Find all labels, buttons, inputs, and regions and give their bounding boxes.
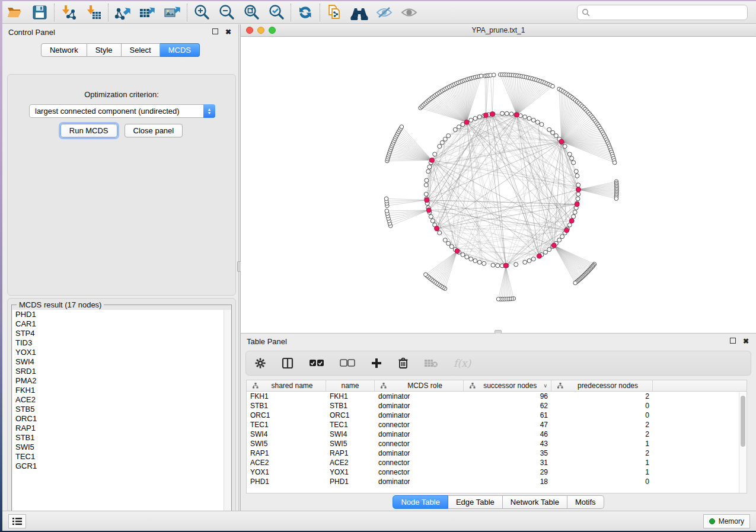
mcds-result-item[interactable]: TEC1 (12, 452, 231, 462)
mcds-result-item[interactable]: ORC1 (12, 414, 231, 424)
refresh-icon (296, 4, 314, 21)
mcds-result-item[interactable]: ACE2 (12, 395, 231, 405)
table-cell: RAP1 (326, 449, 375, 457)
tab-network[interactable]: Network (41, 43, 87, 57)
column-header-shared-name[interactable]: shared name (247, 380, 326, 391)
tab-mcds[interactable]: MCDS (160, 43, 200, 57)
mcds-result-item[interactable]: SWI5 (12, 443, 231, 452)
optimization-criterion-select[interactable]: largest connected component (undirected)… (29, 104, 215, 118)
copy-network-icon (326, 4, 343, 21)
save-session-button[interactable] (27, 2, 52, 23)
mcds-list-scrollbar[interactable] (224, 310, 231, 522)
float-panel-icon[interactable] (211, 28, 219, 36)
select-stepper-icon: ▲▼ (203, 104, 215, 118)
select-all-button[interactable] (309, 359, 324, 367)
table-row[interactable]: STB1STB1dominator620 (247, 401, 747, 411)
delete-column-button[interactable] (398, 357, 409, 369)
float-table-panel-icon[interactable] (729, 337, 737, 345)
mcds-result-item[interactable]: TID3 (12, 338, 231, 348)
tab-network-table[interactable]: Network Table (503, 495, 567, 509)
open-file-button[interactable] (2, 2, 27, 23)
column-header-label: predecessor nodes (566, 382, 650, 390)
table-row[interactable]: RAP1RAP1dominator352 (247, 448, 747, 458)
table-row[interactable]: PHD1PHD1dominator180 (247, 477, 747, 486)
mcds-result-item[interactable]: CAR1 (12, 319, 231, 329)
show-columns-button[interactable] (282, 357, 294, 369)
mcds-result-list[interactable]: PHD1CAR1STP4TID3YOX1SWI4SRD1PMA2FKH1ACE2… (12, 310, 231, 522)
checkboxes-empty-icon (340, 359, 355, 367)
table-cell: 2 (551, 392, 653, 400)
zoom-in-button[interactable] (189, 2, 214, 23)
mcds-result-item[interactable]: GCR1 (12, 462, 231, 471)
column-header-predecessor-nodes[interactable]: predecessor nodes (551, 380, 653, 391)
tab-style[interactable]: Style (87, 43, 122, 57)
tab-node-table[interactable]: Node Table (393, 495, 448, 509)
column-header-successor-nodes[interactable]: successor nodes∨ (464, 380, 551, 391)
zoom-in-icon (193, 4, 210, 21)
export-network-button[interactable] (110, 2, 135, 23)
run-mcds-button[interactable]: Run MCDS (60, 124, 117, 137)
table-cell: dominator (375, 402, 464, 410)
tab-select[interactable]: Select (122, 43, 160, 57)
mcds-result-item[interactable]: STB1 (12, 433, 231, 443)
network-titlebar[interactable]: YPA_prune.txt_1 (241, 24, 756, 37)
close-table-panel-icon[interactable]: ✖ (742, 337, 750, 345)
desktop-edge-left (0, 0, 2, 532)
table-row[interactable]: SWI4SWI4dominator462 (247, 430, 747, 439)
table-cell: 0 (551, 411, 653, 419)
table-cell: ORC1 (247, 411, 326, 419)
search-input[interactable] (593, 8, 743, 17)
first-neighbors-button[interactable] (347, 2, 372, 23)
network-title: YPA_prune.txt_1 (241, 26, 756, 34)
search-field[interactable] (577, 5, 748, 20)
table-cell: ACE2 (247, 459, 326, 467)
mcds-result-item[interactable]: FKH1 (12, 386, 231, 395)
close-panel-icon[interactable]: ✖ (224, 28, 232, 36)
toolbar-separator (291, 4, 291, 21)
mcds-result-item[interactable]: RAP1 (12, 424, 231, 433)
table-row[interactable]: SWI5SWI5connector431 (247, 439, 747, 448)
table-cell: 2 (551, 421, 653, 429)
show-all-button[interactable] (397, 2, 422, 23)
mcds-result-item[interactable]: STP4 (12, 329, 231, 338)
mcds-result-item[interactable]: SRD1 (12, 367, 231, 376)
table-settings-button[interactable] (254, 357, 266, 369)
table-scrollbar-thumb[interactable] (741, 396, 745, 447)
table-cell: RAP1 (247, 449, 326, 457)
hide-selected-button[interactable] (372, 2, 397, 23)
export-table-button[interactable] (135, 2, 160, 23)
network-graph[interactable] (241, 37, 756, 333)
zoom-selected-icon (267, 4, 285, 21)
table-row[interactable]: ORC1ORC1dominator610 (247, 411, 747, 420)
table-row[interactable]: FKH1FKH1dominator962 (247, 392, 747, 401)
mcds-result-item[interactable]: PHD1 (12, 310, 231, 319)
refresh-button[interactable] (293, 2, 318, 23)
mcds-result-item[interactable]: STB5 (12, 405, 231, 414)
copy-network-button[interactable] (322, 2, 347, 23)
deselect-all-button[interactable] (340, 359, 355, 367)
control-panel-tabs: NetworkStyleSelectMCDS (2, 43, 238, 57)
mcds-result-item[interactable]: SWI4 (12, 357, 231, 367)
export-image-button[interactable] (160, 2, 185, 23)
import-table-button[interactable] (81, 2, 106, 23)
zoom-out-button[interactable] (214, 2, 239, 23)
sort-chevron-icon[interactable]: ∨ (543, 383, 547, 389)
tab-edge-table[interactable]: Edge Table (448, 495, 503, 509)
column-header-MCDS-role[interactable]: MCDS role (375, 380, 464, 391)
zoom-selected-button[interactable] (264, 2, 289, 23)
table-scrollbar[interactable] (739, 392, 746, 493)
mcds-result-item[interactable]: YOX1 (12, 348, 231, 357)
memory-button[interactable]: Memory (703, 514, 750, 528)
close-panel-button[interactable]: Close panel (125, 124, 183, 137)
import-network-button[interactable] (56, 2, 81, 23)
mcds-result-item[interactable]: PMA2 (12, 376, 231, 386)
zoom-fit-button[interactable] (239, 2, 264, 23)
tab-motifs[interactable]: Motifs (567, 495, 604, 509)
column-header-name[interactable]: name (326, 380, 375, 391)
add-column-button[interactable] (371, 357, 382, 369)
table-row[interactable]: ACE2ACE2connector311 (247, 458, 747, 467)
task-history-button[interactable] (8, 514, 26, 528)
table-row[interactable]: YOX1YOX1connector291 (247, 467, 747, 477)
table-row[interactable]: TEC1TEC1connector472 (247, 420, 747, 430)
table-cell: FKH1 (326, 392, 375, 400)
